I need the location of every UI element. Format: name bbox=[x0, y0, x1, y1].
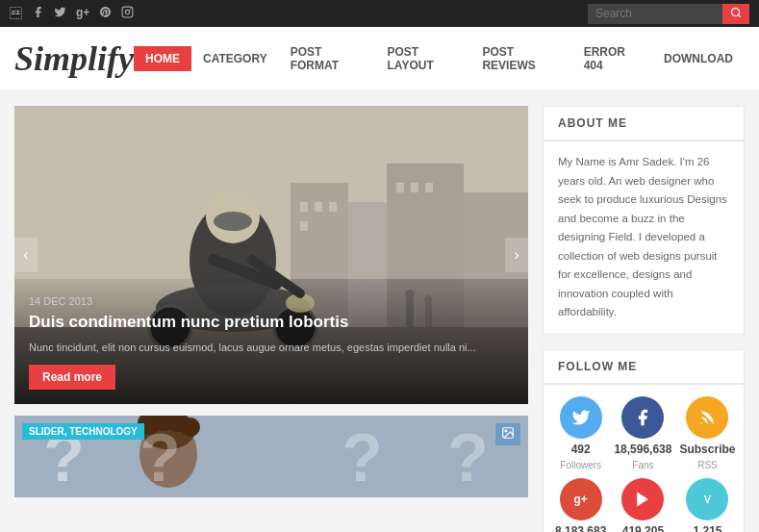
svg-point-3 bbox=[732, 8, 740, 15]
about-widget-body: My Name is Amr Sadek. I'm 26 years old. … bbox=[544, 141, 744, 334]
main-column: ‹ › 14 DEC 2013 Duis condimentum nunc pr… bbox=[14, 106, 528, 532]
facebook-icon[interactable] bbox=[621, 396, 664, 439]
social-links:  g+ bbox=[10, 6, 134, 21]
content-area: ‹ › 14 DEC 2013 Duis condimentum nunc pr… bbox=[0, 91, 759, 532]
twitter-count: 492 bbox=[571, 443, 591, 456]
facebook-count: 18,596,638 bbox=[614, 443, 671, 456]
follow-grid: 492 Followers 18,596,638 Fans bbox=[544, 385, 744, 532]
vimeo-count: 1,215 bbox=[693, 524, 721, 532]
svg-point-38 bbox=[181, 418, 200, 437]
twitter-social[interactable] bbox=[54, 6, 66, 21]
vimeo-icon[interactable]: V bbox=[686, 478, 728, 520]
second-slider-tag[interactable]: SLIDER, TECHNOLOGY bbox=[22, 423, 144, 440]
rss-icon[interactable] bbox=[686, 396, 728, 439]
hero-date: 14 DEC 2013 bbox=[29, 295, 514, 307]
hero-overlay: 14 DEC 2013 Duis condimentum nunc pretiu… bbox=[14, 276, 528, 404]
follow-facebook: 18,596,638 Fans bbox=[614, 396, 671, 470]
svg-point-1 bbox=[126, 10, 130, 13]
youtube-icon[interactable] bbox=[621, 478, 664, 520]
follow-googleplus: g+ 8,183,683 Followers bbox=[555, 478, 606, 532]
site-header: Simplify HOME CATEGORY POST FORMAT POST … bbox=[0, 27, 759, 91]
svg-marker-46 bbox=[638, 492, 649, 506]
second-slider: ? ? ? ? SLIDER, TECHNOLOGY bbox=[14, 416, 528, 497]
hero-excerpt: Nunc tincidunt, elit non cursus euismod,… bbox=[29, 340, 514, 356]
facebook-label: Fans bbox=[632, 460, 653, 470]
follow-widget-title: FOLLOW ME bbox=[544, 350, 744, 385]
nav-download[interactable]: DOWNLOAD bbox=[652, 46, 745, 71]
nav-home[interactable]: HOME bbox=[134, 46, 191, 71]
svg-point-45 bbox=[701, 422, 703, 424]
site-logo[interactable]: Simplify bbox=[14, 38, 134, 79]
read-more-button[interactable]: Read more bbox=[29, 365, 115, 390]
rss-label: RSS bbox=[697, 460, 718, 470]
follow-vimeo: V 1,215 Subscribers bbox=[679, 478, 735, 532]
svg-text:?: ? bbox=[342, 420, 383, 495]
nav-post-format[interactable]: POST FORMAT bbox=[279, 39, 376, 78]
follow-rss: Subscribe RSS bbox=[679, 396, 735, 470]
svg-point-21 bbox=[214, 212, 252, 231]
about-text: My Name is Amr Sadek. I'm 26 years old. … bbox=[558, 153, 729, 322]
search-button[interactable] bbox=[722, 4, 749, 24]
svg-point-44 bbox=[505, 430, 507, 432]
follow-youtube: 419,205 Subscribers bbox=[614, 478, 671, 532]
hero-slider: ‹ › 14 DEC 2013 Duis condimentum nunc pr… bbox=[14, 106, 528, 404]
follow-widget: FOLLOW ME 492 Followers bbox=[543, 349, 745, 532]
top-bar:  g+ bbox=[0, 0, 759, 27]
search-input[interactable] bbox=[588, 4, 722, 24]
image-gallery-icon[interactable] bbox=[495, 423, 520, 445]
facebook-social[interactable] bbox=[32, 6, 44, 21]
nav-post-layout[interactable]: POST LAYOUT bbox=[376, 39, 471, 78]
nav-post-reviews[interactable]: POST REVIEWS bbox=[470, 39, 571, 78]
nav-error-404[interactable]: ERROR 404 bbox=[572, 39, 652, 78]
hero-title: Duis condimentum nunc pretium lobortis bbox=[29, 312, 514, 333]
googleplus-icon[interactable]: g+ bbox=[560, 478, 602, 520]
slider-next-button[interactable]: › bbox=[505, 238, 528, 272]
instagram-social[interactable] bbox=[121, 6, 134, 21]
rss-count: Subscribe bbox=[679, 443, 735, 456]
svg-line-4 bbox=[738, 14, 740, 16]
slider-prev-button[interactable]: ‹ bbox=[14, 238, 38, 272]
facebook-icon[interactable]:  bbox=[10, 6, 22, 21]
svg-text:?: ? bbox=[447, 420, 489, 495]
twitter-label: Followers bbox=[560, 460, 601, 470]
follow-twitter: 492 Followers bbox=[555, 396, 606, 470]
pinterest-social[interactable] bbox=[99, 6, 112, 21]
svg-rect-0 bbox=[122, 7, 133, 17]
about-widget-title: ABOUT ME bbox=[544, 107, 744, 141]
nav-category[interactable]: CATEGORY bbox=[191, 46, 279, 71]
gplus-count: 8,183,683 bbox=[555, 524, 606, 532]
sidebar: ABOUT ME My Name is Amr Sadek. I'm 26 ye… bbox=[543, 106, 745, 532]
search-form bbox=[588, 4, 749, 24]
youtube-count: 419,205 bbox=[622, 524, 664, 532]
svg-point-2 bbox=[131, 9, 132, 10]
main-nav: HOME CATEGORY POST FORMAT POST LAYOUT PO… bbox=[134, 39, 745, 78]
about-widget: ABOUT ME My Name is Amr Sadek. I'm 26 ye… bbox=[543, 106, 745, 335]
svg-text:?: ? bbox=[139, 420, 181, 495]
twitter-icon[interactable] bbox=[560, 396, 602, 439]
googleplus-social[interactable]: g+ bbox=[76, 6, 89, 21]
